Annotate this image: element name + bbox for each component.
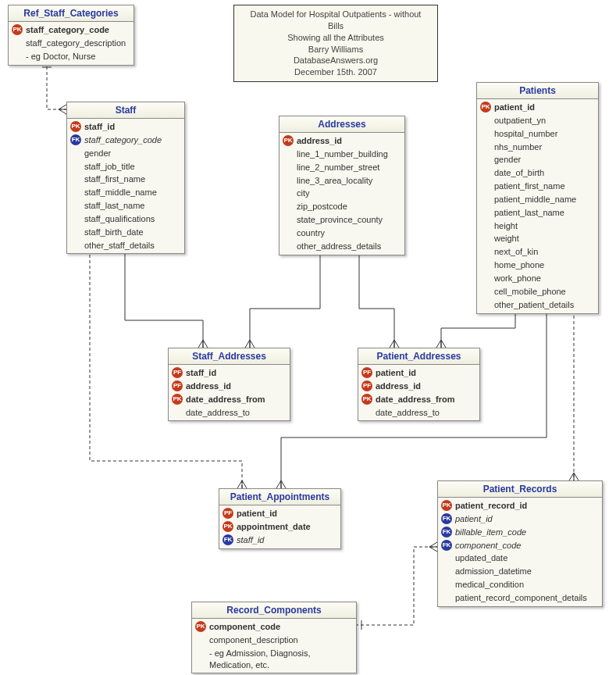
attr-row: PKstaff_id <box>67 120 184 134</box>
no-key-icon <box>480 115 491 126</box>
attr-name: - eg Admission, Diagnosis, Medication, e… <box>209 648 351 671</box>
attr-row: PFstaff_id <box>169 366 290 380</box>
attr-row: other_staff_details <box>67 239 184 252</box>
no-key-icon <box>480 286 491 297</box>
no-key-icon <box>12 51 23 62</box>
svg-line-10 <box>203 340 208 348</box>
entity-body: PFpatient_idPKappointment_dateFKstaff_id <box>219 505 340 548</box>
attr-row: patient_last_name <box>477 206 598 220</box>
pf-key-icon: PF <box>223 508 233 519</box>
entity-patient_appointments[interactable]: Patient_AppointmentsPFpatient_idPKappoin… <box>219 488 341 549</box>
no-key-icon <box>441 579 452 590</box>
attr-row: hospital_number <box>477 127 598 141</box>
entity-staff[interactable]: StaffPKstaff_idFKstaff_category_codegend… <box>66 102 185 254</box>
no-key-icon <box>441 553 452 564</box>
entity-patients[interactable]: PatientsPKpatient_idoutpatient_ynhospita… <box>476 82 599 314</box>
svg-line-33 <box>569 473 574 480</box>
attr-row: PKstaff_category_code <box>9 23 134 37</box>
title-line: Showing all the Attributes <box>242 32 429 44</box>
attr-row: staff_birth_date <box>67 226 184 239</box>
attr-name: updated_date <box>455 552 507 564</box>
er-diagram-canvas: Data Model for Hospital Outpatients - wi… <box>0 0 616 675</box>
entity-title: Ref_Staff_Categories <box>9 5 134 22</box>
attr-name: other_patient_details <box>494 299 574 311</box>
entity-body: PKpatient_idoutpatient_ynhospital_number… <box>477 99 598 313</box>
attr-name: date_address_to <box>376 407 440 419</box>
fk-key-icon: FK <box>70 134 81 145</box>
attr-row: staff_category_description <box>9 37 134 50</box>
svg-line-29 <box>276 480 281 488</box>
entity-title: Patient_Records <box>438 481 602 498</box>
no-key-icon <box>70 161 81 172</box>
entity-staff_addresses[interactable]: Staff_AddressesPFstaff_idPFaddress_idPKd… <box>168 348 290 421</box>
attr-name: zip_postcode <box>297 201 347 212</box>
attr-name: home_phone <box>494 259 544 271</box>
entity-body: PKpatient_record_idFKpatient_idFKbillabl… <box>438 498 602 606</box>
attr-name: patient_first_name <box>494 180 565 192</box>
attr-row: outpatient_yn <box>477 114 598 127</box>
no-key-icon <box>441 592 452 603</box>
pk-key-icon: PK <box>283 135 294 146</box>
entity-title: Patient_Appointments <box>219 489 340 505</box>
no-key-icon <box>480 220 491 231</box>
attr-name: address_id <box>297 135 342 147</box>
attr-name: cell_mobile_phone <box>494 286 566 298</box>
attr-name: address_id <box>186 380 231 392</box>
attr-row: PKdate_address_from <box>169 393 290 406</box>
entity-title: Staff <box>67 102 184 119</box>
entity-record_components[interactable]: Record_ComponentsPKcomponent_codecompone… <box>191 602 357 673</box>
pk-key-icon: PK <box>361 394 372 405</box>
attr-row: PFaddress_id <box>169 380 290 393</box>
attr-row: date_of_birth <box>477 166 598 180</box>
no-key-icon <box>480 141 491 152</box>
entity-addresses[interactable]: AddressesPKaddress_idline_1_number_build… <box>279 116 405 255</box>
attr-row: FKstaff_category_code <box>67 134 184 147</box>
attr-name: patient_middle_name <box>494 194 576 205</box>
attr-row: weight <box>477 232 598 245</box>
no-key-icon <box>480 128 491 139</box>
pk-key-icon: PK <box>441 500 452 511</box>
entity-patient_addresses[interactable]: Patient_AddressesPFpatient_idPFaddress_i… <box>358 348 480 421</box>
svg-line-21 <box>436 340 441 348</box>
entity-ref_staff_categories[interactable]: Ref_Staff_CategoriesPKstaff_category_cod… <box>8 5 134 66</box>
attr-name: patient_id <box>494 102 535 113</box>
no-key-icon <box>70 200 81 211</box>
attr-row: patient_middle_name <box>477 193 598 206</box>
no-key-icon <box>480 260 491 271</box>
attr-row: date_address_to <box>169 406 290 420</box>
attr-name: outpatient_yn <box>494 115 546 127</box>
entity-body: PKaddress_idline_1_number_buildingline_2… <box>280 133 404 255</box>
pf-key-icon: PF <box>172 380 183 391</box>
no-key-icon <box>283 175 294 186</box>
attr-name: date_address_from <box>376 394 455 405</box>
entity-body: PKstaff_idFKstaff_category_codegendersta… <box>67 119 184 253</box>
attr-name: component_code <box>455 540 521 552</box>
attr-row: gender <box>67 147 184 160</box>
pf-key-icon: PF <box>361 367 372 378</box>
attr-name: appointment_date <box>237 521 311 533</box>
svg-line-25 <box>237 480 242 488</box>
attr-row: FKstaff_id <box>219 534 340 547</box>
attr-row: other_patient_details <box>477 298 598 312</box>
svg-line-5 <box>59 105 66 109</box>
attr-row: staff_first_name <box>67 173 184 186</box>
attr-name: staff_category_code <box>26 24 109 36</box>
attr-name: line_1_number_building <box>297 148 388 160</box>
attr-row: other_address_details <box>280 240 404 253</box>
attr-name: staff_last_name <box>84 200 144 212</box>
attr-row: line_2_number_street <box>280 161 404 174</box>
attr-row: updated_date <box>438 552 602 565</box>
attr-row: line_3_area_locality <box>280 174 404 188</box>
attr-name: patient_id <box>376 367 416 379</box>
no-key-icon <box>480 168 491 179</box>
attr-row: line_1_number_building <box>280 148 404 161</box>
attr-row: PKdate_address_from <box>358 393 479 406</box>
attr-name: height <box>494 220 518 232</box>
attr-row: city <box>280 187 404 200</box>
attr-name: line_2_number_street <box>297 162 379 173</box>
attr-name: line_3_area_locality <box>297 175 372 187</box>
entity-patient_records[interactable]: Patient_RecordsPKpatient_record_idFKpati… <box>437 480 603 607</box>
attr-name: component_code <box>209 621 280 633</box>
no-key-icon <box>480 180 491 191</box>
svg-line-17 <box>390 340 394 348</box>
